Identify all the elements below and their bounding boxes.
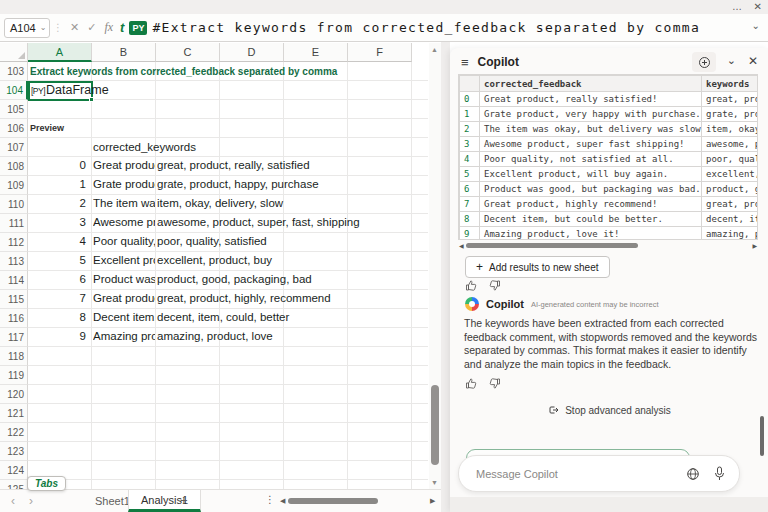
menu-icon[interactable]: ≡ (461, 55, 469, 70)
preview-index[interactable]: 9 (40, 330, 86, 342)
scroll-down-icon[interactable]: ▼ (431, 479, 438, 486)
add-sheet-icon[interactable]: + (180, 493, 188, 508)
grid-row-121[interactable] (28, 404, 428, 423)
add-results-button[interactable]: + Add results to new sheet (465, 256, 610, 278)
message-input[interactable] (476, 468, 656, 480)
table-hscroll-thumb[interactable] (466, 243, 638, 248)
row-header-105[interactable]: 105 (0, 100, 28, 119)
next-sheet-icon[interactable]: › (29, 494, 33, 508)
row-header-114[interactable]: 114 (0, 271, 28, 290)
preview-keywords-cell[interactable]: amazing, product, love (157, 330, 273, 342)
row-header-103[interactable]: 103 (0, 62, 28, 81)
row-header-113[interactable]: 113 (0, 252, 28, 271)
preview-index[interactable]: 5 (40, 254, 86, 266)
row-header-123[interactable]: 123 (0, 442, 28, 461)
row-header-118[interactable]: 118 (0, 347, 28, 366)
preview-keywords-cell[interactable]: great, product, highly, recommend (157, 292, 331, 304)
column-header-A[interactable]: A (28, 43, 92, 62)
preview-index[interactable]: 0 (40, 159, 86, 171)
grid-row-105[interactable] (28, 100, 428, 119)
grid-row-125[interactable] (28, 480, 428, 489)
preview-index[interactable]: 4 (40, 235, 86, 247)
preview-keywords-cell[interactable]: poor, quality, satisfied (157, 235, 267, 247)
grid-row-118[interactable] (28, 347, 428, 366)
preview-index[interactable]: 1 (40, 178, 86, 190)
grid-row-124[interactable] (28, 461, 428, 480)
sheet-tab-analysis1[interactable]: Analysis1 (128, 490, 201, 512)
preview-feedback-cell[interactable]: Amazing product, love it! (93, 330, 155, 342)
hscroll-right-icon[interactable]: ▶ (430, 497, 435, 505)
row-header-124[interactable]: 124 (0, 461, 28, 480)
panel-scrollbar-thumb[interactable] (760, 416, 764, 456)
row-header-120[interactable]: 120 (0, 385, 28, 404)
stop-advanced-analysis-button[interactable]: Stop advanced analysis (450, 404, 768, 416)
microphone-icon[interactable] (714, 466, 725, 481)
grid-vscroll-thumb[interactable] (431, 385, 439, 465)
preview-feedback-cell[interactable]: Excellent product, will buy again. (93, 254, 155, 266)
row-header-106[interactable]: 106 (0, 119, 28, 138)
preview-keywords-cell[interactable]: item, okay, delivery, slow (157, 197, 283, 209)
preview-keywords-cell[interactable]: grate, product, happy, purchase (157, 178, 319, 190)
cell-a104-dataframe[interactable]: [PY]DataFrame (31, 83, 109, 97)
preview-column-header[interactable]: corrected_keywords (93, 141, 196, 153)
grid-hscroll-thumb[interactable] (288, 498, 378, 504)
preview-index[interactable]: 3 (40, 216, 86, 228)
preview-feedback-cell[interactable]: Awesome product, super fast shipping! (93, 216, 155, 228)
scroll-up-icon[interactable]: ▲ (431, 46, 438, 53)
row-header-122[interactable]: 122 (0, 423, 28, 442)
preview-keywords-cell[interactable]: decent, item, could, better (157, 311, 289, 323)
column-header-C[interactable]: C (156, 43, 220, 62)
preview-index[interactable]: 2 (40, 197, 86, 209)
preview-feedback-cell[interactable]: Decent item, but could be better. (93, 311, 155, 323)
cell-a103-prompt[interactable]: Extract keywords from corrected_feedback… (30, 66, 337, 77)
column-header-F[interactable]: F (348, 43, 412, 62)
row-header-121[interactable]: 121 (0, 404, 28, 423)
preview-feedback-cell[interactable]: Poor quality, not satisfied at all. (93, 235, 155, 247)
row-header-107[interactable]: 107 (0, 138, 28, 157)
column-header-E[interactable]: E (284, 43, 348, 62)
row-header-109[interactable]: 109 (0, 176, 28, 195)
preview-feedback-cell[interactable]: Grate product, very happy with purchase. (93, 178, 155, 190)
table-scroll-left-icon[interactable]: ◀ (459, 242, 464, 249)
preview-index[interactable]: 7 (40, 292, 86, 304)
preview-keywords-cell[interactable]: awesome, product, super, fast, shipping (157, 216, 360, 228)
row-header-116[interactable]: 116 (0, 309, 28, 328)
column-header-D[interactable]: D (220, 43, 284, 62)
row-header-110[interactable]: 110 (0, 195, 28, 214)
result-table[interactable]: corrected_feedback keywords 0Great produ… (458, 74, 758, 240)
grid-row-107[interactable] (28, 138, 428, 157)
preview-feedback-cell[interactable]: Product was good, but packaging was bad. (93, 273, 155, 285)
thumbs-up-icon[interactable] (465, 279, 478, 292)
fill-handle[interactable] (89, 97, 94, 102)
preview-keywords-cell[interactable]: excellent, product, buy (157, 254, 272, 266)
column-header-B[interactable]: B (92, 43, 156, 62)
row-header-111[interactable]: 111 (0, 214, 28, 233)
row-header-112[interactable]: 112 (0, 233, 28, 252)
grid-row-106[interactable] (28, 119, 428, 138)
table-scroll-right-icon[interactable]: ▶ (752, 242, 757, 249)
globe-icon[interactable] (686, 467, 700, 481)
panel-close-icon[interactable]: ✕ (748, 54, 758, 68)
row-header-117[interactable]: 117 (0, 328, 28, 347)
grid-row-120[interactable] (28, 385, 428, 404)
hscroll-left-icon[interactable]: ◀ (280, 497, 285, 505)
row-header-115[interactable]: 115 (0, 290, 28, 309)
row-header-125[interactable]: 125 (0, 480, 28, 489)
thumbs-down-icon[interactable] (488, 279, 501, 292)
thumbs-up-icon[interactable] (465, 377, 478, 390)
preview-index[interactable]: 6 (40, 273, 86, 285)
result-table-hscrollbar[interactable]: ◀ ▶ (458, 242, 758, 250)
select-all-corner[interactable] (0, 43, 28, 62)
preview-keywords-cell[interactable]: great, product, really, satisfied (157, 159, 310, 171)
collapse-chevron-icon[interactable]: ⌄ (727, 54, 736, 67)
grid-row-119[interactable] (28, 366, 428, 385)
tab-overflow-icon[interactable]: ⋮ (265, 494, 275, 505)
preview-index[interactable]: 8 (40, 311, 86, 323)
grid-row-123[interactable] (28, 442, 428, 461)
grid-vertical-scrollbar[interactable]: ▲ ▼ (429, 43, 441, 489)
preview-feedback-cell[interactable]: Great product, really satisfied! (93, 159, 155, 171)
row-header-104[interactable]: 104 (0, 81, 28, 100)
preview-feedback-cell[interactable]: The item was okay, but delivery was slow… (93, 197, 155, 209)
new-chat-icon[interactable] (692, 52, 716, 72)
preview-keywords-cell[interactable]: product, good, packaging, bad (157, 273, 312, 285)
